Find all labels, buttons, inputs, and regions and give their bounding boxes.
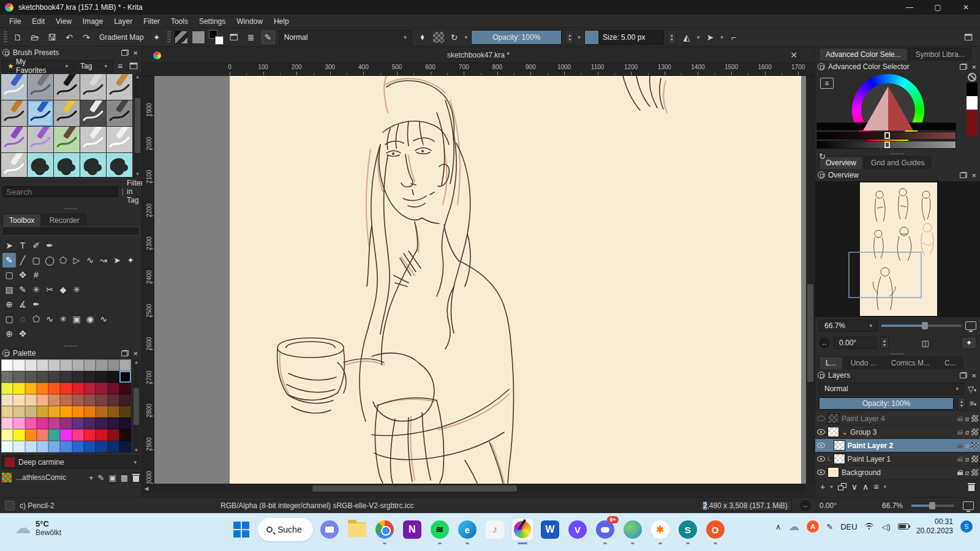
new-document-icon[interactable]: 🗋 [11,31,24,44]
layer-lock-icon[interactable] [957,430,963,435]
tab-recorder[interactable]: Recorder [42,214,86,227]
layer-lock-icon[interactable] [957,470,963,475]
palette-swatch[interactable] [1,383,13,394]
blend-mode-dropdown[interactable]: Normal▾ [279,30,412,45]
palette-swatch[interactable] [1,394,13,406]
palette-view-icon[interactable]: ▦ [121,473,128,482]
menu-filter[interactable]: Filter [138,16,165,27]
app-avast[interactable]: ✱ [649,519,671,541]
tool-icon[interactable]: ⊕ [2,297,16,312]
palette-swatch[interactable] [13,383,24,394]
clock[interactable]: 00:31 20.02.2023 [916,517,953,536]
opacity-caret[interactable]: ▾ [578,34,581,40]
palette-swatch[interactable] [84,383,96,394]
palette-swatch[interactable] [25,394,37,406]
rotation-spinner[interactable]: ▲▼ [880,337,889,349]
rotation-reset-icon[interactable]: ↔ [800,500,811,511]
palette-swatch[interactable] [37,418,48,429]
delete-swatch-icon[interactable] [132,474,140,482]
tool-icon[interactable]: ⊕ [2,326,16,341]
palette-swatch[interactable] [108,394,119,406]
docker-lock-icon[interactable] [2,350,10,357]
layer-options-icon[interactable]: ≡▾ [970,399,976,408]
palette-swatch[interactable] [60,371,72,383]
layer-alpha-inherit-icon[interactable] [971,429,978,435]
tool-icon[interactable]: ◉ [83,312,97,326]
palette-swatch[interactable] [108,383,119,394]
no-color-icon[interactable] [968,73,976,81]
brush-preset[interactable] [107,153,132,177]
tool-icon[interactable]: ✦ [124,253,137,268]
tool-icon[interactable]: ⬠ [29,312,43,326]
palette-swatch[interactable] [1,406,13,418]
tool-icon[interactable]: ▣ [70,312,83,326]
zoom-value[interactable]: 66.7% [882,501,903,510]
palette-swatch[interactable] [1,371,13,383]
gradient-map-label[interactable]: Gradient Map [97,33,146,42]
weather-widget[interactable]: ☁ 5°C Bewölkt [15,519,61,538]
opacity-slider[interactable]: Opacity: 100% [471,30,562,45]
palette-swatch[interactable] [13,394,24,406]
palette-swatch[interactable] [72,383,84,394]
menu-window[interactable]: Window [231,16,268,27]
palette-swatch[interactable] [48,406,60,418]
language-indicator[interactable]: DEU [840,522,857,531]
close-docker-icon[interactable]: × [132,48,139,58]
brush-preset[interactable] [107,74,132,100]
palette-swatch[interactable] [1,429,13,441]
edit-palette-icon[interactable]: ✎ [98,473,105,482]
brush-preset[interactable] [54,127,80,152]
layer-row[interactable]: Paint Layer 4α [815,412,980,425]
edit-brush-settings-icon[interactable]: ✎ [262,31,275,44]
palette-swatch[interactable] [96,371,107,383]
tool-icon[interactable]: ✎ [16,282,29,297]
tool-icon[interactable]: ➤ [110,253,124,268]
palette-swatch[interactable] [60,418,72,429]
tool-icon[interactable]: ∿ [43,312,56,326]
tag-button[interactable]: Tag▾ [75,60,113,72]
layer-properties-button[interactable]: ≡ [873,482,878,492]
tool-icon[interactable]: ▷ [70,253,83,268]
tool-icon[interactable]: ∿ [97,312,110,326]
choose-brush-preset-icon[interactable]: 🗔 [227,31,241,44]
mirror-horizontal-icon[interactable]: ◭ [680,31,693,44]
close-docker-icon[interactable]: × [970,62,978,72]
tool-icon[interactable]: ➤ [2,238,16,253]
palette-swatch[interactable] [37,441,48,452]
app-proton[interactable]: V [567,519,589,541]
layer-filter-icon[interactable]: ▽▾ [968,384,976,394]
brush-preset[interactable] [80,127,106,152]
float-docker-icon[interactable] [121,350,129,356]
palette-swatch[interactable] [1,418,13,429]
app-explorer[interactable] [346,519,368,541]
brush-preset[interactable] [1,100,27,126]
tool-icon[interactable]: ✳ [70,282,83,297]
app-onenote[interactable]: N [401,519,423,541]
layer-alpha-inherit-icon[interactable] [971,469,978,476]
palette-swatch[interactable] [60,394,72,406]
tool-icon[interactable]: ◌ [16,312,29,326]
tool-icon[interactable]: ✒ [29,297,43,312]
fg-bg-colors[interactable] [209,30,224,45]
palette-swatch[interactable] [72,441,84,452]
gradient-chooser[interactable] [175,31,188,44]
layer-opacity-slider[interactable]: Opacity: 100% [819,397,954,410]
redo-icon[interactable]: ↷ [80,31,93,44]
brush-preset[interactable] [28,127,53,152]
tool-icon[interactable]: ∿ [83,253,97,268]
app-origin[interactable]: O [704,519,726,541]
close-docker-icon[interactable]: × [970,171,978,180]
overview-thumbnail[interactable] [815,181,980,317]
palette-swatch[interactable] [119,429,131,441]
palette-collection-icon[interactable] [2,473,12,482]
taskbar-search[interactable]: Suche [258,518,313,541]
save-icon[interactable]: 🖫 [45,31,59,44]
palette-swatch[interactable] [25,371,37,383]
palette-swatch[interactable] [48,359,60,371]
layer-alpha-icon[interactable]: α [965,429,969,436]
palette-swatch[interactable] [84,429,96,441]
palette-swatch[interactable] [37,406,48,418]
saturation-bar[interactable] [816,132,956,140]
brush-preset[interactable] [1,74,27,100]
open-document-icon[interactable]: 🗁 [28,31,42,44]
